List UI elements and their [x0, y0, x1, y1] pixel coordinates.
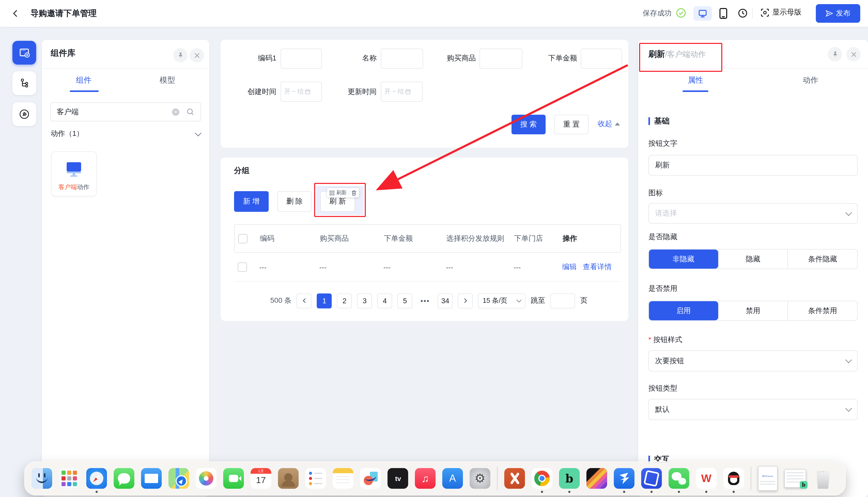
dock-contacts-icon[interactable]	[278, 468, 299, 489]
select-all-checkbox[interactable]	[238, 234, 247, 243]
dock-notes-icon[interactable]	[333, 468, 353, 489]
button-style-select[interactable]: 次要按钮	[649, 350, 858, 371]
option-conditional-disabled[interactable]: 条件禁用	[788, 301, 857, 320]
hide-label: 是否隐藏	[649, 232, 677, 242]
back-button[interactable]	[10, 8, 21, 18]
gear-icon: ⚙	[474, 471, 485, 486]
client-action-component-card[interactable]: 客户端动作	[51, 151, 97, 196]
annotation-box-title	[639, 43, 722, 72]
pin-panel-button[interactable]	[173, 48, 187, 62]
name-input[interactable]	[381, 48, 423, 69]
button-text-input[interactable]: 刷新	[649, 155, 858, 176]
dock-reminders-icon[interactable]	[305, 468, 326, 489]
left-rail	[0, 27, 42, 497]
actions-group-header[interactable]: 动作（1）	[51, 128, 200, 140]
history-clock-icon[interactable]	[738, 8, 748, 18]
option-conditional-hidden[interactable]: 条件隐藏	[788, 250, 857, 269]
dock-maps-icon[interactable]	[168, 468, 189, 489]
client-action-label: 客户端动作	[52, 183, 96, 192]
dock-mail-icon[interactable]	[141, 468, 162, 489]
dock-wechat-icon[interactable]	[669, 468, 689, 489]
dock-trash-icon[interactable]	[813, 468, 834, 489]
button-style-label: *按钮样式	[649, 335, 682, 345]
component-search-input[interactable]: 客户端 ✕	[50, 102, 201, 122]
option-hidden[interactable]: 隐藏	[718, 250, 787, 269]
publish-button[interactable]: 发布	[816, 4, 860, 23]
b-app-letter: b	[566, 472, 573, 485]
rail-tools-button[interactable]	[12, 102, 36, 126]
dock-freeform-icon[interactable]	[360, 468, 381, 489]
show-master-label: 显示母版	[772, 8, 801, 17]
dock-finder-icon[interactable]	[31, 468, 52, 489]
dock-orange-app-icon[interactable]	[504, 468, 525, 489]
clear-search-icon[interactable]: ✕	[172, 108, 179, 115]
active-tab-underline	[70, 90, 99, 92]
group-title: 分组	[234, 166, 250, 176]
code-input[interactable]	[281, 48, 322, 69]
dock-b-app-icon[interactable]: b	[559, 468, 580, 489]
created-date-range-input[interactable]: 开 ~ 结	[281, 82, 322, 102]
page-ellipsis[interactable]: •••	[418, 293, 433, 308]
desktop-preview-toggle[interactable]	[693, 6, 712, 21]
row-checkbox[interactable]	[238, 262, 247, 271]
col-points-rule: 选择积分发放规则	[446, 234, 514, 243]
amount-input[interactable]	[581, 48, 622, 69]
dock-dingtalk-icon[interactable]	[614, 468, 635, 489]
icon-select[interactable]: 请选择	[649, 203, 858, 224]
dock-wps-icon[interactable]: W	[696, 468, 716, 489]
page-size-select[interactable]: 15 条/页	[478, 293, 526, 308]
button-type-select[interactable]: 默认	[649, 399, 858, 420]
add-button[interactable]: 新 增	[234, 191, 269, 212]
drag-handle-icon[interactable]	[330, 190, 334, 195]
updated-date-range-input[interactable]: 开 ~ 结	[381, 82, 423, 102]
tab-actions[interactable]: 动作	[753, 71, 868, 91]
close-panel-button[interactable]	[190, 48, 204, 62]
delete-component-trash-icon[interactable]	[351, 190, 356, 196]
minimized-document-window[interactable]: 数式Oinone	[758, 466, 778, 491]
rail-outline-tree-button[interactable]	[12, 71, 36, 95]
dock-music-icon[interactable]: ♫	[415, 468, 436, 489]
prev-page-button[interactable]	[297, 293, 312, 308]
dock-qq-icon[interactable]	[723, 468, 744, 489]
pin-inspector-button[interactable]	[828, 47, 842, 61]
view-detail-link[interactable]: 查看详情	[583, 262, 612, 271]
close-inspector-button[interactable]	[846, 47, 861, 61]
rail-component-library-button[interactable]	[12, 41, 36, 65]
dock-settings-icon[interactable]: ⚙	[470, 468, 490, 489]
dock-chrome-icon[interactable]	[532, 468, 552, 489]
dock-facetime-icon[interactable]	[223, 468, 244, 489]
option-enabled[interactable]: 启用	[649, 301, 718, 320]
delete-button[interactable]: 删 除	[278, 191, 312, 212]
dock-safari-icon[interactable]	[86, 468, 107, 489]
reset-button[interactable]: 重 置	[554, 115, 588, 134]
dock-launchpad-icon[interactable]	[59, 468, 80, 489]
page-4[interactable]: 4	[378, 293, 393, 308]
dock-photos-icon[interactable]	[196, 468, 216, 489]
dock-appletv-icon[interactable]: tv	[387, 468, 408, 489]
page-34[interactable]: 34	[438, 293, 453, 308]
page-5[interactable]: 5	[398, 293, 413, 308]
collapse-link[interactable]: 收起	[598, 119, 620, 129]
dock-messages-icon[interactable]	[114, 468, 134, 489]
dock-calendar-icon[interactable]: 1月 17	[251, 468, 271, 489]
dock-appstore-icon[interactable]: A	[442, 468, 463, 489]
next-page-button[interactable]	[458, 293, 473, 308]
tab-components[interactable]: 组件	[42, 71, 126, 91]
page-2[interactable]: 2	[337, 293, 352, 308]
minimized-list-window[interactable]: b	[784, 469, 806, 488]
edit-link[interactable]: 编辑	[562, 262, 577, 271]
jump-page-input[interactable]	[551, 293, 575, 308]
dock-oinone-icon[interactable]	[641, 468, 662, 489]
dock-divider	[751, 467, 751, 490]
page-3[interactable]: 3	[357, 293, 372, 308]
option-disabled[interactable]: 禁用	[718, 301, 787, 320]
search-button[interactable]: 搜 索	[512, 115, 545, 134]
dock-colorbars-app-icon[interactable]	[586, 468, 607, 489]
option-not-hidden[interactable]: 非隐藏	[649, 250, 718, 269]
goods-input[interactable]	[480, 48, 522, 69]
tab-properties[interactable]: 属性	[638, 71, 753, 91]
show-master-button[interactable]: 显示母版	[760, 8, 801, 17]
tab-models[interactable]: 模型	[126, 71, 209, 91]
page-1[interactable]: 1	[317, 293, 332, 308]
mobile-preview-toggle[interactable]	[719, 8, 727, 19]
